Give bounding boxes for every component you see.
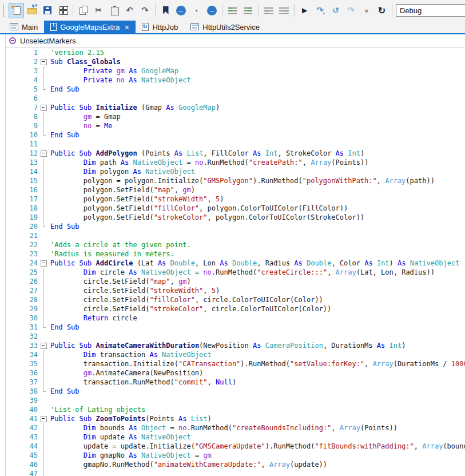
code-line: 45 Dim gmapNo As NativeObject = gm: [6, 451, 465, 460]
cut-button[interactable]: [91, 3, 106, 18]
token-pln: circle.SetField(: [50, 296, 149, 304]
line-number: 30: [6, 314, 38, 323]
fold-collapse-box[interactable]: [38, 103, 50, 112]
fold-collapse-box[interactable]: [38, 259, 50, 268]
code-editor[interactable]: 1'version 2.152Sub Class_Globals3 Privat…: [6, 48, 465, 476]
token-typ: Double: [232, 259, 257, 267]
fold-collapse-box[interactable]: [38, 57, 50, 66]
line-number: 33: [6, 341, 38, 350]
token-pln: polygon: [100, 168, 133, 176]
restart-button[interactable]: [374, 3, 390, 18]
fold-marker: [38, 213, 50, 222]
token-pln: [50, 158, 84, 166]
token-kw: Sub: [50, 58, 67, 66]
token-pln: =: [166, 424, 178, 432]
token-pln: , circle.ColorToUIColor(Color)): [203, 305, 331, 313]
token-kw: Dim: [84, 351, 100, 359]
line-number: 23: [6, 249, 38, 259]
save-button[interactable]: [39, 3, 55, 18]
step-over-icon: [315, 5, 325, 15]
toolbar-grip[interactable]: [3, 4, 6, 17]
comment-selection-button[interactable]: [225, 3, 240, 18]
navigate-history-dropdown[interactable]: [189, 3, 204, 18]
toolbar-separator: [294, 4, 295, 17]
bookmark-button[interactable]: [158, 3, 173, 18]
tab-GoogleMapsExtra[interactable]: GoogleMapsExtra: [44, 21, 136, 33]
fold-collapse-box[interactable]: [38, 149, 50, 158]
undo-button[interactable]: [122, 3, 137, 18]
token-typ: CameraPosition: [265, 342, 323, 350]
stop-button[interactable]: [359, 3, 374, 18]
token-pln: (path)): [406, 177, 435, 185]
fold-marker: [38, 460, 50, 469]
fold-marker: [38, 185, 50, 195]
code-text: Dim polygon As NativeObject: [50, 167, 195, 176]
code-text: 'Adds a circle at the given point.: [50, 240, 191, 249]
step-out-button[interactable]: [343, 3, 359, 18]
navigate-forward-button[interactable]: [204, 3, 220, 18]
token-pln: [50, 168, 84, 176]
paste-button[interactable]: [106, 3, 122, 18]
token-pln: [50, 351, 84, 359]
code-text: polygon = polygon.Initialize("GMSPolygon…: [50, 176, 435, 185]
token-str: "strokeColor": [154, 213, 208, 221]
code-line: 20End Sub: [6, 222, 465, 231]
tab-HttpJob[interactable]: HttpJob: [136, 21, 184, 33]
close-icon[interactable]: [124, 23, 129, 31]
token-typ: Int: [377, 259, 390, 267]
token-typ: Int: [265, 149, 278, 157]
open-file-button[interactable]: [24, 3, 39, 18]
step-over-button[interactable]: [312, 3, 328, 18]
run-button[interactable]: [297, 3, 312, 18]
code-text: Public Sub ZoomToPoints(Points As List): [50, 414, 212, 423]
line-number: 15: [6, 176, 38, 185]
line-number: 9: [6, 121, 38, 130]
token-pln: circle.SetField(: [50, 305, 149, 313]
token-pln: ): [208, 415, 212, 423]
token-arr: Array: [336, 268, 356, 276]
token-kw: As: [364, 259, 377, 267]
line-number: 36: [6, 368, 38, 378]
line-number: 25: [6, 268, 38, 277]
copy-button[interactable]: [75, 3, 91, 18]
redo-icon: [140, 5, 150, 15]
token-kw: As: [294, 259, 307, 267]
token-typ: GoogleMap: [178, 104, 216, 112]
code-line: 14 Dim polygon As NativeObject: [6, 167, 465, 176]
step-into-button[interactable]: [328, 3, 343, 18]
build-mode-combo[interactable]: Debug: [396, 4, 465, 17]
decrease-indent-button[interactable]: [261, 3, 276, 18]
code-text: End Sub: [50, 222, 80, 231]
fold-marker: [38, 314, 50, 323]
fold-collapse-box[interactable]: [38, 341, 50, 350]
fold-marker: [38, 231, 50, 240]
member-selector[interactable]: UnselectMarkers: [6, 34, 465, 47]
token-str: "CATransaction": [178, 360, 240, 368]
fold-collapse-box[interactable]: [38, 414, 50, 423]
line-number: 3: [6, 66, 38, 76]
new-file-button[interactable]: [9, 3, 24, 18]
tab-HttpUtils2Service[interactable]: HttpUtils2Service: [184, 21, 266, 33]
token-pln: ): [216, 104, 220, 112]
tab-Main[interactable]: Main: [3, 21, 44, 33]
line-number: 2: [6, 57, 38, 66]
token-sub: AnimateCameraWithDuration: [96, 342, 199, 350]
token-pln: , Radius: [257, 259, 294, 267]
token-pln: (Gmap: [137, 104, 166, 112]
uncomment-selection-button[interactable]: [240, 3, 256, 18]
navigate-back-button[interactable]: [173, 3, 189, 18]
code-text: Return circle: [50, 314, 137, 323]
code-line: 27 circle.SetField("strokeWidth", 5): [6, 286, 465, 295]
export-project-button[interactable]: [55, 3, 70, 18]
increase-indent-button[interactable]: [276, 3, 292, 18]
open-file-icon: [27, 5, 37, 15]
line-number: 46: [6, 460, 38, 469]
token-kw: Me: [104, 122, 112, 130]
code-text: Public Sub AddCircle (Lat As Double, Lon…: [50, 259, 459, 268]
step-out-icon: [346, 5, 356, 15]
code-line: 35 transaction.Initialize("CATransaction…: [6, 359, 465, 368]
code-text: End Sub: [50, 85, 80, 94]
token-kw: Return: [84, 314, 113, 322]
redo-button[interactable]: [137, 3, 153, 18]
token-pln: [50, 424, 84, 432]
